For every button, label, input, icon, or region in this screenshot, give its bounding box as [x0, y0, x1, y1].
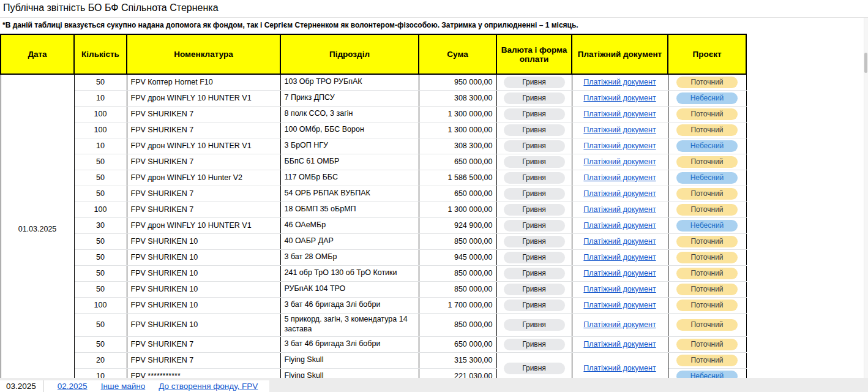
nomenclature-cell: FPV SHURIKEN 10 — [127, 281, 280, 297]
nomenclature-cell: FPV SHURIKEN 7 — [127, 122, 280, 138]
currency-cell: Гривня — [496, 202, 572, 217]
quantity-cell: 30 — [74, 217, 127, 233]
sheet-tabs-strip: 03.2025 02.2025 Інше майно До створення … — [0, 380, 269, 392]
project-cell: Поточний — [668, 352, 746, 368]
payment-document-link[interactable]: Платіжний документ — [583, 269, 656, 277]
sum-cell: 650 000,00 — [419, 336, 496, 352]
payment-document-link[interactable]: Платіжний документ — [583, 157, 656, 166]
currency-cell: Гривня — [496, 281, 572, 297]
unit-cell: 241 обр ТрО 130 об ТрО Котики — [280, 265, 419, 281]
currency-chip: Гривня — [504, 284, 565, 295]
currency-chip: Гривня — [504, 319, 565, 331]
project-badge: Небесний — [676, 172, 738, 184]
quantity-cell: 10 — [74, 90, 127, 106]
payment-document-link[interactable]: Платіжний документ — [583, 205, 656, 214]
payment-document-link[interactable]: Платіжний документ — [583, 141, 656, 150]
vertical-scrollbar-track[interactable] — [864, 18, 868, 379]
header-nomenclature: Номенклатура — [127, 34, 280, 74]
payment-document-cell: Платіжний документ — [572, 297, 668, 313]
sheet-tab-active[interactable]: 03.2025 — [0, 382, 43, 391]
payment-document-link[interactable]: Платіжний документ — [583, 364, 656, 372]
project-cell: Небесний — [668, 217, 746, 233]
currency-cell: Гривня — [496, 154, 572, 170]
project-cell: Поточний — [668, 336, 746, 352]
header-payment-doc: Платіжний документ — [572, 34, 668, 74]
payment-document-link[interactable]: Платіжний документ — [583, 320, 656, 329]
nomenclature-cell: FPV SHURIKEN 7 — [127, 202, 280, 217]
project-cell: Поточний — [668, 233, 746, 249]
payment-document-cell: Платіжний документ — [572, 313, 668, 336]
currency-cell: Гривня — [496, 186, 572, 202]
sum-cell: 650 000,00 — [419, 154, 496, 170]
quantity-cell: 100 — [74, 202, 127, 217]
sheet-tab-02-2025[interactable]: 02.2025 — [58, 382, 88, 391]
project-badge: Поточний — [676, 236, 738, 247]
nomenclature-cell: FPV дрон WINFLY 10 HUNTER V1 — [127, 217, 280, 233]
quantity-cell: 10 — [74, 138, 127, 154]
table-row: 50FPV SHURIKEN 73 бат 46 бригада Злі боб… — [1, 336, 746, 352]
currency-cell: Гривня — [496, 249, 572, 265]
project-badge: Небесний — [676, 92, 738, 104]
payment-document-link[interactable]: Платіжний документ — [583, 301, 656, 309]
sum-cell: 650 000,00 — [419, 186, 496, 202]
unit-cell: Flying Skull — [280, 352, 419, 368]
quantity-cell: 50 — [74, 233, 127, 249]
payment-document-cell: Платіжний документ — [572, 202, 668, 217]
currency-cell: Гривня — [496, 217, 572, 233]
quantity-cell: 50 — [74, 74, 127, 90]
sheet-tabs-bar: 03.2025 02.2025 Інше майно До створення … — [0, 378, 868, 392]
project-cell: Небесний — [668, 90, 746, 106]
nomenclature-cell: FPV SHURIKEN 10 — [127, 297, 280, 313]
unit-cell: 5 прикорд. загін, 3 комендатура 14 заста… — [280, 313, 419, 336]
unit-cell: 103 Обр ТРО РУБпАК — [280, 74, 419, 90]
payment-document-link[interactable]: Платіжний документ — [583, 253, 656, 262]
currency-chip: Гривня — [504, 188, 565, 200]
currency-cell: Гривня — [496, 122, 572, 138]
payment-document-link[interactable]: Платіжний документ — [583, 285, 656, 293]
payment-document-link[interactable]: Платіжний документ — [583, 110, 656, 118]
sum-cell: 950 000,00 — [419, 74, 496, 90]
payment-document-link[interactable]: Платіжний документ — [583, 237, 656, 246]
currency-cell: Гривня — [496, 90, 572, 106]
quantity-cell: 50 — [74, 336, 127, 352]
project-cell: Поточний — [668, 265, 746, 281]
currency-chip: Гривня — [504, 124, 565, 136]
sheet-tab-before-fund-fpv[interactable]: До створення фонду, FPV — [159, 382, 258, 391]
unit-cell: 46 ОАеМБр — [280, 217, 419, 233]
payment-document-cell: Платіжний документ — [572, 217, 668, 233]
sum-cell: 1 300 000,00 — [419, 202, 496, 217]
payment-document-link[interactable]: Платіжний документ — [583, 189, 656, 198]
table-row: 20FPV SHURIKEN 7Flying Skull315 300,00Гр… — [1, 352, 746, 368]
payment-document-link[interactable]: Платіжний документ — [583, 126, 656, 134]
table-row: 50FPV SHURIKEN 10РУБпАК 104 ТРО850 000,0… — [1, 281, 746, 297]
table-row: 100FPV SHURIKEN 78 полк ССО, 3 загін1 30… — [1, 106, 746, 122]
project-badge: Поточний — [676, 268, 738, 279]
payment-document-cell: Платіжний документ — [572, 138, 668, 154]
payment-document-link[interactable]: Платіжний документ — [583, 221, 656, 230]
payment-document-cell: Платіжний документ — [572, 265, 668, 281]
quantity-cell: 50 — [74, 154, 127, 170]
table-row: 10FPV дрон WINFLY 10 HUNTER V17 Прикз ДП… — [1, 90, 746, 106]
header-quantity: Кількість — [74, 34, 127, 74]
payment-document-link[interactable]: Платіжний документ — [583, 78, 656, 86]
unit-cell: 100 ОМбр, ББС Ворон — [280, 122, 419, 138]
payment-document-link[interactable]: Платіжний документ — [583, 340, 656, 349]
unit-cell: 8 полк ССО, 3 загін — [280, 106, 419, 122]
sheet-tab-other-property[interactable]: Інше майно — [101, 382, 146, 391]
project-cell: Поточний — [668, 186, 746, 202]
payment-document-link[interactable]: Платіжний документ — [583, 173, 656, 182]
sum-cell: 945 000,00 — [419, 249, 496, 265]
nomenclature-cell: FPV SHURIKEN 7 — [127, 106, 280, 122]
payment-document-cell: Платіжний документ — [572, 122, 668, 138]
payment-document-link[interactable]: Платіжний документ — [583, 94, 656, 102]
vertical-scrollbar-thumb[interactable] — [864, 53, 867, 73]
project-badge: Поточний — [676, 339, 738, 350]
table-row: 50FPV SHURIKEN 10241 обр ТрО 130 об ТрО … — [1, 265, 746, 281]
payment-document-cell: Платіжний документ — [572, 106, 668, 122]
unit-cell: РУБпАК 104 ТРО — [280, 281, 419, 297]
currency-chip: Гривня — [504, 204, 565, 216]
nomenclature-cell: FPV SHURIKEN 7 — [127, 186, 280, 202]
project-badge: Поточний — [676, 188, 738, 200]
header-sum: Сума — [419, 34, 496, 74]
unit-cell: 54 ОРБ РБПАК ВУБПАК — [280, 186, 419, 202]
